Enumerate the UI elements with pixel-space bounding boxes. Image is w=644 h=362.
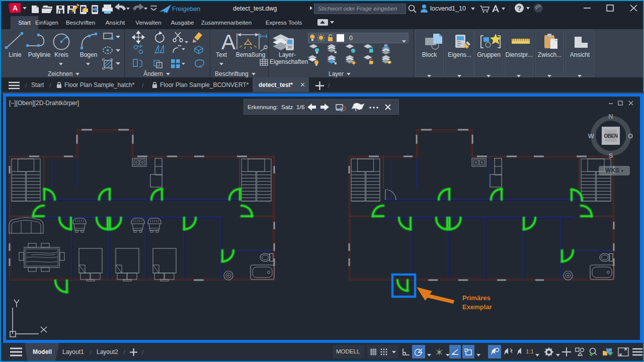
svg-text:S: S (609, 152, 613, 159)
svg-text:N: N (608, 113, 613, 120)
svg-text:W: W (588, 132, 595, 140)
svg-text:detect_test.dwg: detect_test.dwg (233, 5, 277, 12)
svg-text:A: A (221, 30, 235, 54)
svg-text:O: O (628, 132, 633, 140)
svg-text:OBEN: OBEN (604, 133, 618, 139)
svg-text:Primäres: Primäres (462, 294, 491, 302)
svg-text:A: A (13, 4, 18, 12)
svg-text:locvend1_10: locvend1_10 (430, 5, 466, 12)
svg-text:?: ? (517, 5, 521, 12)
svg-text:Exemplar: Exemplar (462, 303, 492, 311)
svg-text:Freigeben: Freigeben (172, 6, 200, 13)
